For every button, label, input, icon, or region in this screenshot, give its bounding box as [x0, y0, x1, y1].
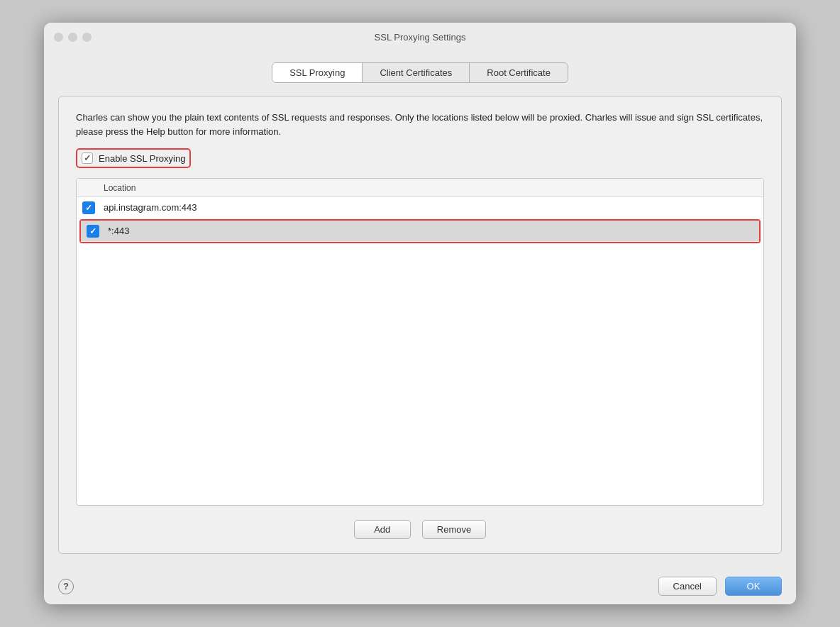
tab-root-certificate[interactable]: Root Certificate [470, 63, 568, 82]
enable-ssl-row: Enable SSL Proxying [76, 148, 764, 168]
tabs-row: SSL Proxying Client Certificates Root Ce… [58, 62, 782, 83]
window-title: SSL Proxying Settings [375, 32, 466, 43]
bottom-actions: Cancel OK [658, 577, 782, 596]
table-body: api.instagram.com:443 *:443 [77, 197, 763, 505]
add-remove-row: Add Remove [76, 520, 764, 539]
tab-ssl-proxying[interactable]: SSL Proxying [272, 63, 363, 82]
location-column-header: Location [104, 183, 136, 193]
selected-row-wrapper: *:443 [79, 219, 761, 243]
table-header: Location [77, 179, 763, 197]
minimize-light [68, 33, 77, 42]
table-row[interactable]: *:443 [81, 221, 759, 242]
enable-ssl-label: Enable SSL Proxying [99, 153, 185, 164]
main-content: SSL Proxying Client Certificates Root Ce… [44, 51, 796, 568]
enable-ssl-checkbox[interactable] [82, 152, 93, 164]
ok-button[interactable]: OK [725, 577, 782, 596]
add-button[interactable]: Add [354, 520, 411, 539]
dialog-window: SSL Proxying Settings SSL Proxying Clien… [44, 23, 796, 604]
close-light [54, 33, 63, 42]
help-button[interactable]: ? [58, 579, 74, 594]
row2-label: *:443 [108, 226, 129, 236]
table-row[interactable]: api.instagram.com:443 [77, 197, 763, 218]
description-text: Charles can show you the plain text cont… [76, 111, 764, 138]
row1-checkbox[interactable] [82, 201, 95, 214]
traffic-lights [54, 33, 92, 42]
row1-label: api.instagram.com:443 [104, 202, 197, 213]
tab-client-certificates[interactable]: Client Certificates [363, 63, 470, 82]
bottom-bar: ? Cancel OK [44, 568, 796, 604]
title-bar: SSL Proxying Settings [44, 23, 796, 51]
tab-container: SSL Proxying Client Certificates Root Ce… [272, 62, 568, 83]
zoom-light [82, 33, 92, 42]
cancel-button[interactable]: Cancel [658, 577, 717, 596]
location-table: Location api.instagram.com:443 *:443 [76, 178, 764, 506]
ssl-proxying-panel: Charles can show you the plain text cont… [58, 96, 782, 554]
row2-checkbox[interactable] [87, 225, 99, 238]
enable-ssl-wrapper: Enable SSL Proxying [76, 148, 191, 168]
remove-button[interactable]: Remove [422, 520, 486, 539]
